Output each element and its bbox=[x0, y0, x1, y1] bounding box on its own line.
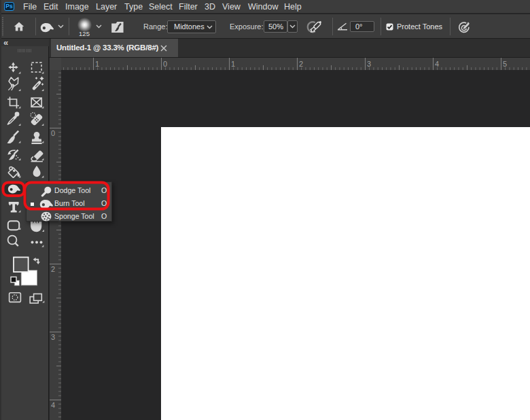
svg-text:0: 0 bbox=[163, 60, 167, 68]
svg-text:0: 0 bbox=[51, 129, 55, 137]
svg-text:2: 2 bbox=[51, 265, 55, 273]
svg-text:4: 4 bbox=[435, 60, 439, 68]
svg-text:3: 3 bbox=[51, 333, 55, 341]
svg-text:2: 2 bbox=[299, 60, 303, 68]
svg-text:3: 3 bbox=[367, 60, 371, 68]
svg-text:5: 5 bbox=[503, 60, 507, 68]
svg-text:1: 1 bbox=[95, 60, 99, 68]
svg-text:1: 1 bbox=[231, 60, 235, 68]
svg-text:4: 4 bbox=[51, 401, 55, 409]
